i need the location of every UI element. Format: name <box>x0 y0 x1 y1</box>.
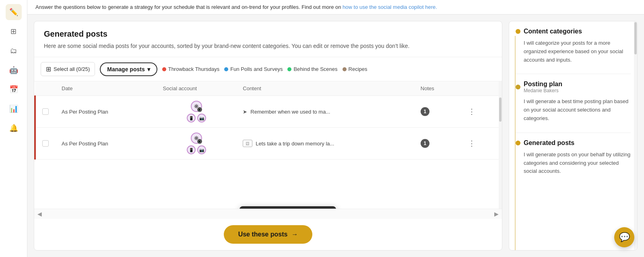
select-all-button[interactable]: ⊞ Select all (0/25) <box>41 62 95 76</box>
category-tag-behind[interactable]: Behind the Scenes <box>287 66 337 72</box>
arrow-right-icon: → <box>291 231 298 238</box>
posting-plan-title: Posting plan <box>524 81 562 88</box>
posting-plan-dot <box>516 85 520 89</box>
row1-social-icon-1: ❋ 📱 <box>191 101 202 112</box>
row2-social-icon-1: ❋ 📱 <box>191 133 202 144</box>
row2-more: ⋮ <box>459 128 502 160</box>
table-wrapper: Date Social account Content Notes <box>34 81 502 209</box>
generated-posts-dot <box>516 141 520 145</box>
right-panel-scroll: Content categories I will categorize you… <box>509 21 637 250</box>
table-header: Date Social account Content Notes <box>35 81 502 96</box>
table-vertical-scrollbar[interactable] <box>499 81 502 209</box>
table-row: As Per Posting Plan ❋ 📱 📱 <box>35 128 502 160</box>
sidebar-icon-chart[interactable]: 📊 <box>6 101 22 117</box>
table-scrollbar-thumb <box>499 97 502 122</box>
use-posts-button[interactable]: Use these posts → <box>224 225 313 244</box>
row1-notes-badge: 1 <box>421 107 429 116</box>
table-body: As Per Posting Plan ❋ 📱 📱 <box>35 96 502 160</box>
posts-panel-title: Generated posts <box>44 29 492 39</box>
panel-section-content-categories: Content categories I will categorize you… <box>516 28 631 64</box>
row1-social-account: ❋ 📱 📱 📷 <box>157 96 237 128</box>
row1-social-icon-3: 📷 <box>197 114 206 122</box>
category-tag-throwback[interactable]: Throwback Thursdays <box>162 66 220 72</box>
row1-more-button[interactable]: ⋮ <box>466 106 478 117</box>
select-all-label: Select all (0/25) <box>54 66 90 72</box>
generated-posts-title-row: Generated posts <box>516 139 631 147</box>
row2-more-button[interactable]: ⋮ <box>466 138 478 149</box>
posting-plan-title-group: Posting plan Medanie Bakers <box>524 81 562 93</box>
chevron-down-icon: ▾ <box>147 66 150 73</box>
manage-posts-label: Manage posts <box>107 66 144 73</box>
generated-posts-title: Generated posts <box>524 139 574 147</box>
row1-social-icon-2: 📱 <box>187 114 196 122</box>
right-panel-scrollbar[interactable] <box>634 21 637 250</box>
sidebar-icon-edit[interactable]: ✏️ <box>6 4 22 20</box>
banner-text: Answer the questions below to generate a… <box>35 4 343 10</box>
row1-date: As Per Posting Plan <box>55 96 157 128</box>
grid-icon: ⊞ <box>10 27 17 36</box>
instagram-icon: 📷 <box>199 116 204 120</box>
behind-dot <box>287 67 291 71</box>
sidebar-icon-folder[interactable]: 🗂 <box>6 43 22 59</box>
th-social-account: Social account <box>157 81 237 96</box>
sidebar-icon-robot[interactable]: 🤖 <box>6 62 22 78</box>
content-categories-description: I will categorize your posts for a more … <box>516 39 631 64</box>
th-checkbox <box>35 81 55 96</box>
row2-social-account: ❋ 📱 📱 📷 <box>157 128 237 160</box>
scroll-right-arrow[interactable]: ▶ <box>494 211 499 217</box>
row2-social-icon-3: 📷 <box>197 145 206 154</box>
row2-content-preview: 🖼 Lets take a trip down memory la... <box>243 140 408 147</box>
divider-1 <box>516 74 631 74</box>
sidebar-icon-grid[interactable]: ⊞ <box>6 23 22 39</box>
posting-plan-description: I will generate a best time posting plan… <box>516 97 631 122</box>
posts-table: Date Social account Content Notes <box>34 81 502 160</box>
panel-section-generated-posts: Generated posts I will generate posts on… <box>516 139 631 176</box>
content-categories-dot <box>516 29 520 34</box>
banner-link[interactable]: how to use the social media copilot here… <box>343 4 437 10</box>
sidebar: ✏️ ⊞ 🗂 🤖 📅 📊 🔔 <box>0 0 27 257</box>
body-area: Generated posts Here are some social med… <box>27 15 644 257</box>
posts-panel-header: Generated posts Here are some social med… <box>34 21 502 57</box>
sidebar-icon-calendar[interactable]: 📅 <box>6 81 22 97</box>
posting-plan-subtitle: Medanie Bakers <box>524 88 562 93</box>
th-date: Date <box>55 81 157 96</box>
use-posts-label: Use these posts <box>238 231 288 238</box>
recipes-dot <box>343 67 347 71</box>
content-categories-title: Content categories <box>524 28 582 35</box>
content-categories-title-row: Content categories <box>516 28 631 35</box>
row1-checkbox[interactable] <box>42 108 49 115</box>
row2-checkbox-cell <box>35 128 55 160</box>
manage-posts-button[interactable]: Manage posts ▾ <box>100 62 157 76</box>
scroll-left-arrow[interactable]: ◀ <box>37 211 42 217</box>
row1-notes: 1 <box>414 96 459 128</box>
polls-dot <box>224 67 228 71</box>
right-panel: Content categories I will categorize you… <box>509 21 638 251</box>
mobile-icon: 📱 <box>189 116 194 120</box>
mobile-icon-2: 📱 <box>189 148 194 152</box>
top-banner: Answer the questions below to generate a… <box>27 0 644 15</box>
category-tag-recipes[interactable]: Recipes <box>343 66 367 72</box>
chat-button[interactable]: 💬 <box>614 227 634 247</box>
row2-content-text: Lets take a trip down memory la... <box>256 141 334 147</box>
right-panel-scrollbar-thumb <box>634 22 637 54</box>
row1-content: ➤ Remember when we used to ma... <box>236 96 414 128</box>
category-tags: Throwback Thursdays Fun Polls and Survey… <box>162 66 495 72</box>
throwback-label: Throwback Thursdays <box>168 66 220 72</box>
posting-plan-title-row: Posting plan Medanie Bakers <box>516 81 631 93</box>
th-notes: Notes <box>414 81 459 96</box>
posts-panel-description: Here are some social media posts for you… <box>44 42 492 50</box>
row1-more: ⋮ <box>459 96 502 128</box>
instagram-icon-2: 📷 <box>199 148 204 152</box>
sidebar-icon-bell[interactable]: 🔔 <box>6 120 22 136</box>
bar-chart-icon: 📊 <box>9 104 18 113</box>
row2-notes-badge: 1 <box>421 139 429 148</box>
generated-posts-description: I will generate posts on your behalf by … <box>516 151 631 176</box>
folder-icon: 🗂 <box>10 47 17 55</box>
category-tag-polls[interactable]: Fun Polls and Surveys <box>224 66 283 72</box>
plus-icon: ⊞ <box>46 65 51 73</box>
throwback-dot <box>162 67 166 71</box>
row1-social-icons: ❋ 📱 📱 📷 <box>163 101 230 122</box>
scroll-arrows: ◀ ▶ <box>34 209 502 219</box>
bell-icon: 🔔 <box>9 124 18 133</box>
row2-checkbox[interactable] <box>42 140 49 147</box>
